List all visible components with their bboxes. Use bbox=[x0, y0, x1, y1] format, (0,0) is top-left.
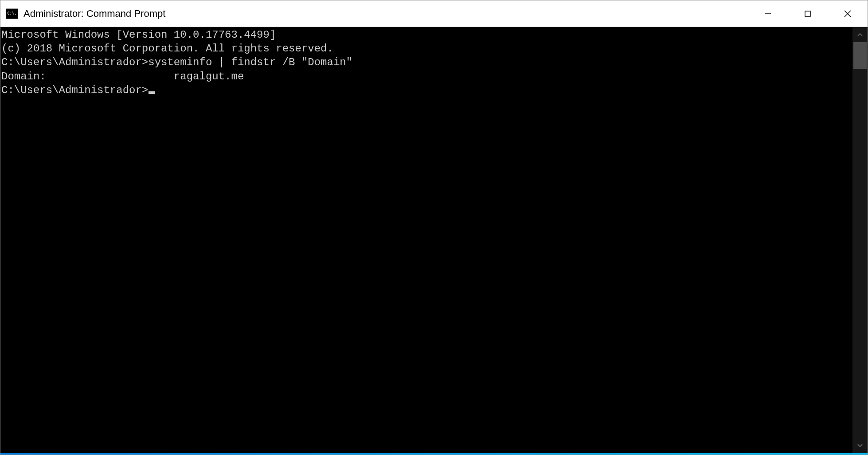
terminal-wrapper: Microsoft Windows [Version 10.0.17763.44… bbox=[0, 27, 868, 453]
terminal-line: Domain: ragalgut.me bbox=[1, 70, 852, 83]
minimize-icon bbox=[764, 10, 772, 18]
titlebar[interactable]: C:\. Administrator: Command Prompt bbox=[0, 0, 868, 27]
bottom-accent-bar bbox=[0, 453, 868, 455]
chevron-up-icon bbox=[857, 33, 863, 36]
scroll-up-arrow[interactable] bbox=[852, 27, 868, 42]
window-title: Administrator: Command Prompt bbox=[23, 8, 165, 20]
maximize-icon bbox=[804, 10, 812, 18]
close-button[interactable] bbox=[828, 0, 868, 27]
close-icon bbox=[843, 9, 852, 18]
terminal-line: C:\Users\Administrador>systeminfo | find… bbox=[1, 55, 852, 69]
minimize-button[interactable] bbox=[748, 0, 788, 27]
app-icon-text: C:\. bbox=[7, 12, 17, 16]
terminal-prompt: C:\Users\Administrador> bbox=[1, 84, 148, 96]
terminal-line: (c) 2018 Microsoft Corporation. All righ… bbox=[1, 42, 852, 55]
maximize-button[interactable] bbox=[788, 0, 828, 27]
terminal-cursor bbox=[149, 91, 155, 94]
vertical-scrollbar[interactable] bbox=[852, 27, 868, 453]
svg-rect-1 bbox=[805, 11, 810, 16]
window-controls bbox=[748, 0, 868, 27]
app-icon: C:\. bbox=[6, 8, 18, 19]
scroll-thumb[interactable] bbox=[853, 42, 867, 69]
scroll-down-arrow[interactable] bbox=[852, 438, 868, 453]
scroll-track[interactable] bbox=[852, 42, 868, 438]
titlebar-left: C:\. Administrator: Command Prompt bbox=[0, 8, 165, 20]
chevron-down-icon bbox=[857, 444, 863, 447]
command-prompt-window: C:\. Administrator: Command Prompt bbox=[0, 0, 868, 455]
terminal-line: Microsoft Windows [Version 10.0.17763.44… bbox=[1, 28, 852, 42]
terminal-output[interactable]: Microsoft Windows [Version 10.0.17763.44… bbox=[0, 27, 852, 453]
